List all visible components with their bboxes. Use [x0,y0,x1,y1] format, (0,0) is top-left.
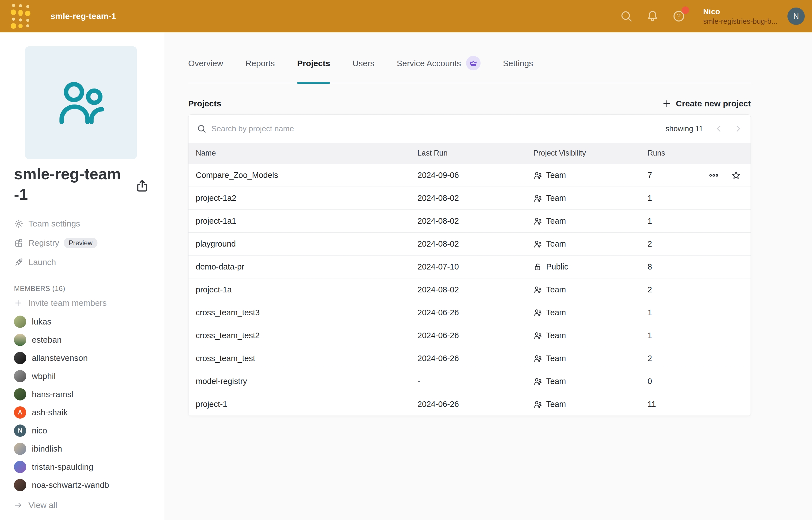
project-name[interactable]: cross_team_test2 [196,331,417,340]
visibility-label: Team [546,377,566,386]
gear-icon [14,219,23,229]
table-row[interactable]: demo-data-pr 2024-07-10 Public 8 [188,255,751,278]
star-icon[interactable] [731,171,741,180]
tab-settings[interactable]: Settings [503,59,533,83]
team-people-icon [533,400,542,409]
table-row[interactable]: cross_team_test 2024-06-26 Team 2 [188,347,751,370]
overflow-menu-icon[interactable] [709,171,719,180]
wandb-logo-icon[interactable] [10,4,30,29]
projects-section-head: Projects Create new project [188,98,751,109]
sidebar: smle-reg-team-1 Team settings [0,32,164,520]
table-row[interactable]: cross_team_test2 2024-06-26 Team 1 [188,324,751,347]
member-avatar [14,461,26,473]
member-row[interactable]: ibindlish [14,440,158,458]
search-icon[interactable] [620,10,633,23]
svg-text:?: ? [677,12,680,20]
tab-projects[interactable]: Projects [297,59,330,83]
project-visibility: Team [533,285,648,294]
member-row[interactable]: noa-schwartz-wandb [14,476,158,494]
table-row[interactable]: playground 2024-08-02 Team 2 [188,232,751,255]
table-row[interactable]: Compare_Zoo_Models 2024-09-06 Team 7 [188,164,751,186]
member-name: tristan-spaulding [32,462,93,472]
team-people-icon [533,308,542,317]
visibility-label: Team [546,239,566,249]
project-visibility: Team [533,171,648,180]
project-visibility: Team [533,193,648,203]
visibility-label: Public [546,262,568,271]
project-last-run: 2024-08-02 [417,216,533,226]
member-name: allanstevenson [32,353,88,363]
member-name: noa-schwartz-wandb [32,480,109,490]
project-name[interactable]: project-1a1 [196,216,417,226]
visibility-label: Team [546,331,566,340]
member-row[interactable]: hans-ramsl [14,385,158,403]
chevron-left-icon[interactable] [714,124,724,133]
tab-overview[interactable]: Overview [188,59,223,83]
project-search-input[interactable] [211,124,665,133]
tab-users[interactable]: Users [352,59,374,83]
sidebar-item-launch[interactable]: Launch [14,253,154,272]
registry-grid-icon [14,238,23,248]
project-last-run: 2024-06-26 [417,331,533,340]
table-row[interactable]: model-registry - Team 0 [188,370,751,393]
project-name[interactable]: project-1 [196,400,417,409]
team-avatar[interactable] [25,46,137,159]
project-last-run: 2024-06-26 [417,308,533,317]
project-name[interactable]: project-1a [196,285,417,294]
team-people-icon [533,331,542,340]
lock-open-icon [533,262,542,271]
invite-team-members-button[interactable]: Invite team members [14,296,158,310]
member-avatar [14,443,26,455]
team-title: smle-reg-team-1 [14,164,134,204]
member-avatar: A [14,406,26,419]
user-avatar[interactable]: N [787,7,805,25]
member-row[interactable]: N nico [14,421,158,440]
tab-reports[interactable]: Reports [245,59,275,83]
member-row[interactable]: A ash-shaik [14,403,158,421]
project-runs-count: 1 [648,308,652,317]
project-runs-count: 2 [648,239,652,249]
member-row[interactable]: allanstevenson [14,349,158,367]
col-name: Name [196,149,417,157]
user-block[interactable]: Nico smle-registries-bug-b... [703,7,777,26]
bell-icon[interactable] [646,10,659,23]
member-avatar [14,352,26,364]
table-row[interactable]: project-1a1 2024-08-02 Team 1 [188,209,751,232]
project-visibility: Team [533,308,648,317]
sidebar-item-registry[interactable]: Registry Preview [14,233,154,253]
plus-icon [14,299,22,307]
topbar: smle-reg-team-1 ? Nico smle-registries-b… [0,0,812,32]
project-name[interactable]: cross_team_test3 [196,308,417,317]
tab-service-accounts[interactable]: Service Accounts [397,59,480,83]
help-icon[interactable]: ? [672,10,685,23]
team-people-icon [533,377,542,386]
member-name: lukas [32,317,51,327]
table-row[interactable]: project-1a 2024-08-02 Team 2 [188,278,751,301]
project-name[interactable]: playground [196,239,417,249]
project-last-run: 2024-08-02 [417,193,533,203]
project-name[interactable]: project-1a2 [196,193,417,203]
share-icon[interactable] [135,179,149,193]
create-new-project-button[interactable]: Create new project [662,99,751,108]
member-row[interactable]: esteban [14,331,158,349]
table-row[interactable]: cross_team_test3 2024-06-26 Team 1 [188,301,751,324]
member-row[interactable]: lukas [14,312,158,331]
sidebar-item-team-settings[interactable]: Team settings [14,214,154,233]
view-all-members-link[interactable]: View all [14,498,158,513]
project-runs-count: 11 [648,400,656,409]
project-runs-count: 1 [648,216,652,226]
project-name[interactable]: model-registry [196,377,417,386]
project-name[interactable]: cross_team_test [196,354,417,363]
project-name[interactable]: Compare_Zoo_Models [196,171,417,180]
project-visibility: Team [533,400,648,409]
table-row[interactable]: project-1a2 2024-08-02 Team 1 [188,186,751,209]
project-name[interactable]: demo-data-pr [196,262,417,271]
chevron-right-icon[interactable] [733,124,743,133]
project-visibility: Team [533,354,648,363]
member-name: wbphil [32,371,56,381]
project-visibility: Team [533,331,648,340]
table-row[interactable]: project-1 2024-06-26 Team 11 [188,393,751,416]
crown-badge [466,56,480,70]
member-row[interactable]: tristan-spaulding [14,458,158,476]
member-row[interactable]: wbphil [14,367,158,385]
